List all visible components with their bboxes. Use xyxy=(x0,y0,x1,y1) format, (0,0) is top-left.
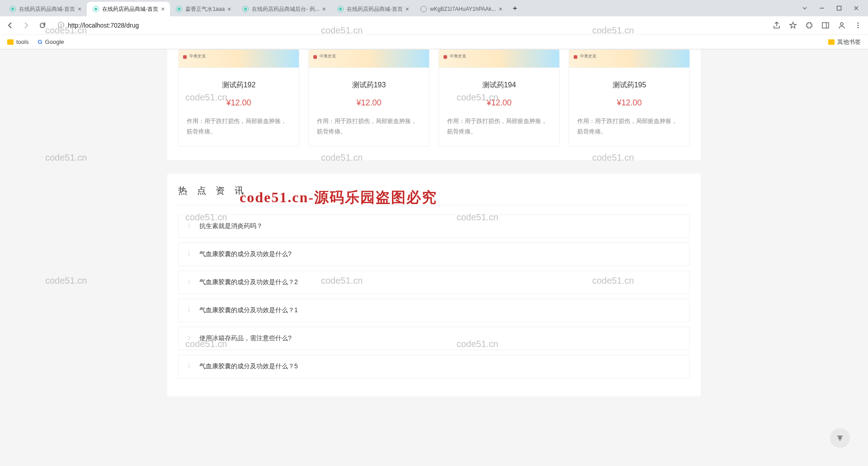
favicon-teal-icon xyxy=(175,5,183,13)
reload-button[interactable] xyxy=(38,21,47,30)
news-item[interactable]: 〉使用冰箱存药品，需注意些什么? xyxy=(178,327,690,350)
bookmark-tools[interactable]: tools xyxy=(7,38,28,45)
browser-tab[interactable]: 藿香正气水1aaa× xyxy=(170,2,236,16)
scroll-to-top-button[interactable] xyxy=(830,428,850,448)
close-icon[interactable]: × xyxy=(322,5,326,13)
side-panel-icon[interactable] xyxy=(821,21,830,30)
extensions-icon[interactable] xyxy=(805,21,814,30)
url-input[interactable]: ⓘ http://localhost:7028/drug xyxy=(52,19,767,31)
product-image: 中美史克 xyxy=(179,50,299,68)
product-price: ¥12.00 xyxy=(569,98,689,108)
product-image: 中美史克 xyxy=(309,50,429,68)
tab-bar: 在线药店药品商城-首页× 在线药店药品商城-首页× 藿香正气水1aaa× 在线药… xyxy=(0,0,868,16)
product-price: ¥12.00 xyxy=(309,98,429,108)
chevron-right-icon: 〉 xyxy=(188,250,193,258)
news-item[interactable]: 〉气血康胶囊的成分及功效是什么？5 xyxy=(178,355,690,378)
maximize-icon[interactable] xyxy=(835,4,844,13)
close-icon[interactable]: × xyxy=(161,5,165,13)
browser-tab[interactable]: 在线药店药品商城-首页× xyxy=(331,2,415,16)
news-item[interactable]: 〉气血康胶囊的成分及功效是什么？2 xyxy=(178,271,690,294)
product-name: 测试药192 xyxy=(179,81,299,90)
product-card[interactable]: 中美史克 测试药192 ¥12.00 作用：用于跌打损伤，局部瘀血肿胀，筋骨疼痛… xyxy=(178,49,299,147)
svg-point-5 xyxy=(858,23,859,24)
favicon-teal-icon xyxy=(337,5,344,13)
product-card[interactable]: 中美史克 测试药195 ¥12.00 作用：用于跌打损伤，局部瘀血肿胀，筋骨疼痛… xyxy=(569,49,690,147)
product-description: 作用：用于跌打损伤，局部瘀血肿胀，筋骨疼痛。 xyxy=(309,116,429,137)
news-item[interactable]: 〉抗生素就是消炎药吗？ xyxy=(178,214,690,238)
window-close-icon[interactable] xyxy=(852,4,861,13)
product-description: 作用：用于跌打损伤，局部瘀血肿胀，筋骨疼痛。 xyxy=(569,116,689,137)
tabs-dropdown-icon[interactable] xyxy=(800,4,809,13)
svg-point-6 xyxy=(858,25,859,26)
product-image: 中美史克 xyxy=(439,50,559,68)
svg-rect-1 xyxy=(837,6,841,10)
star-icon[interactable] xyxy=(788,21,797,30)
product-card[interactable]: 中美史克 测试药194 ¥12.00 作用：用于跌打损伤，局部瘀血肿胀，筋骨疼痛… xyxy=(439,49,560,147)
site-info-icon[interactable]: ⓘ xyxy=(58,21,64,29)
browser-tab[interactable]: 在线药店药品商城-首页× xyxy=(4,2,87,16)
share-icon[interactable] xyxy=(772,21,781,30)
bookmark-bar: tools GGoogle 其他书签 xyxy=(0,34,868,49)
browser-chrome: 在线药店药品商城-首页× 在线药店药品商城-首页× 藿香正气水1aaa× 在线药… xyxy=(0,0,868,49)
favicon-teal-icon xyxy=(92,5,99,13)
news-item[interactable]: 〉气血康胶囊的成分及功效是什么? xyxy=(178,243,690,266)
product-image: 中美史克 xyxy=(569,50,689,68)
chevron-right-icon: 〉 xyxy=(188,278,193,286)
favicon-teal-icon xyxy=(9,5,16,13)
minimize-icon[interactable] xyxy=(817,4,826,13)
news-section: 热 点 资 讯 〉抗生素就是消炎药吗？ 〉气血康胶囊的成分及功效是什么? 〉气血… xyxy=(167,174,701,396)
arrow-up-icon xyxy=(836,434,844,442)
favicon-teal-icon xyxy=(242,5,249,13)
close-icon[interactable]: × xyxy=(406,5,409,13)
product-name: 测试药193 xyxy=(309,81,429,90)
browser-tab[interactable]: wKgBZ1I7AHuAY1hPAAk...× xyxy=(415,2,508,16)
close-icon[interactable]: × xyxy=(227,5,231,13)
product-description: 作用：用于跌打损伤，局部瘀血肿胀，筋骨疼痛。 xyxy=(439,116,559,137)
browser-tab[interactable]: 在线药店药品商城后台- 药...× xyxy=(236,2,331,16)
folder-icon xyxy=(828,39,835,45)
product-grid: 中美史克 测试药192 ¥12.00 作用：用于跌打损伤，局部瘀血肿胀，筋骨疼痛… xyxy=(167,49,701,160)
window-controls xyxy=(800,4,864,13)
favicon-globe-icon xyxy=(420,5,427,13)
product-name: 测试药195 xyxy=(569,81,689,90)
new-tab-button[interactable]: ＋ xyxy=(510,4,519,13)
back-button[interactable] xyxy=(5,21,14,30)
chevron-right-icon: 〉 xyxy=(188,222,193,230)
google-icon: G xyxy=(38,38,42,45)
chevron-right-icon: 〉 xyxy=(188,362,193,370)
svg-point-4 xyxy=(840,23,843,25)
svg-point-7 xyxy=(858,27,859,29)
watermark: code51.cn xyxy=(45,152,87,163)
watermark: code51.cn xyxy=(45,276,87,286)
bookmark-google[interactable]: GGoogle xyxy=(38,38,64,45)
chevron-right-icon: 〉 xyxy=(188,334,193,342)
forward-button[interactable] xyxy=(22,21,31,30)
close-icon[interactable]: × xyxy=(78,5,81,13)
news-heading: 热 点 资 讯 xyxy=(178,185,690,205)
product-price: ¥12.00 xyxy=(439,98,559,108)
menu-icon[interactable] xyxy=(854,21,863,30)
chevron-right-icon: 〉 xyxy=(188,306,193,314)
profile-icon[interactable] xyxy=(837,21,846,30)
svg-rect-2 xyxy=(822,23,829,28)
product-card[interactable]: 中美史克 测试药193 ¥12.00 作用：用于跌打损伤，局部瘀血肿胀，筋骨疼痛… xyxy=(308,49,429,147)
product-description: 作用：用于跌打损伤，局部瘀血肿胀，筋骨疼痛。 xyxy=(179,116,299,137)
close-icon[interactable]: × xyxy=(499,5,502,13)
news-item[interactable]: 〉气血康胶囊的成分及功效是什么？1 xyxy=(178,299,690,322)
folder-icon xyxy=(7,39,14,45)
product-price: ¥12.00 xyxy=(179,98,299,108)
url-text: http://localhost:7028/drug xyxy=(68,22,139,29)
product-name: 测试药194 xyxy=(439,81,559,90)
browser-tab-active[interactable]: 在线药店药品商城-首页× xyxy=(87,2,170,16)
address-bar: ⓘ http://localhost:7028/drug xyxy=(0,16,868,34)
bookmark-other[interactable]: 其他书签 xyxy=(828,38,861,46)
page-content: 中美史克 测试药192 ¥12.00 作用：用于跌打损伤，局部瘀血肿胀，筋骨疼痛… xyxy=(0,49,868,466)
